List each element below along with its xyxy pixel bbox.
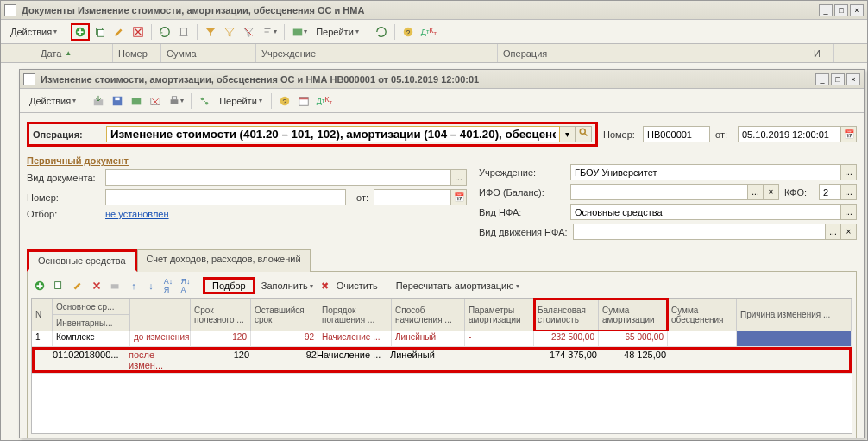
minimize-button[interactable]: _ xyxy=(815,73,829,85)
outer-titlebar: Документы Изменение стоимости, амортизац… xyxy=(1,1,867,20)
col-date[interactable]: Дата ▲ xyxy=(35,44,113,62)
select-button[interactable]: Подбор xyxy=(203,277,255,294)
row-end-button[interactable] xyxy=(107,277,124,294)
refresh2-button[interactable] xyxy=(373,23,390,41)
col-impair[interactable]: Сумма обесценения xyxy=(668,299,737,331)
col-number[interactable]: Номер xyxy=(113,44,161,62)
row-delete-button[interactable] xyxy=(88,277,105,294)
nfa-move-select[interactable]: ... xyxy=(826,224,841,240)
form-area: Операция: ▾ Номер: от: 📅 Первичный докум… xyxy=(20,113,864,441)
goto-menu[interactable]: Перейти▾ xyxy=(311,23,363,41)
actions-menu[interactable]: Действия▾ xyxy=(6,23,61,41)
row-copy-button[interactable] xyxy=(50,277,67,294)
row-add-button[interactable] xyxy=(31,277,48,294)
mark-delete-button[interactable] xyxy=(129,23,147,41)
col-sum[interactable]: Сумма xyxy=(161,44,256,62)
operation-dropdown[interactable]: ▾ xyxy=(560,126,576,142)
grid-row-after[interactable]: 01102018000... после измен... 120 92 Нач… xyxy=(32,347,852,373)
col-reason[interactable]: Причина изменения ... xyxy=(737,299,852,331)
interval-button[interactable] xyxy=(175,23,192,41)
post2-button[interactable] xyxy=(128,92,145,110)
org-input[interactable] xyxy=(570,164,841,180)
doc-date-input[interactable] xyxy=(374,189,451,205)
dtkt2-button[interactable]: ДтКт xyxy=(314,92,335,110)
copy-button[interactable] xyxy=(91,23,109,41)
post-close-button[interactable] xyxy=(90,92,107,110)
fill-menu[interactable]: Заполнить▾ xyxy=(257,277,318,294)
cross-button[interactable] xyxy=(147,92,164,110)
minimize-button[interactable]: _ xyxy=(819,4,833,16)
help-button[interactable]: ? xyxy=(276,92,293,110)
col-method[interactable]: Способ начисления ... xyxy=(392,299,465,331)
sort-desc-button[interactable]: Я↓A xyxy=(178,277,193,294)
col-op[interactable]: Операция xyxy=(498,44,808,62)
save-button[interactable] xyxy=(109,92,126,110)
nfa-move-clear[interactable]: × xyxy=(841,224,857,240)
kfo-select[interactable]: ... xyxy=(841,184,857,200)
date-picker[interactable]: 📅 xyxy=(841,126,857,142)
col-repay[interactable]: Порядок погашения ... xyxy=(318,299,392,331)
doc-type-input[interactable] xyxy=(105,169,451,186)
doc-date-picker[interactable]: 📅 xyxy=(451,189,467,205)
col-asset[interactable]: Основное ср... xyxy=(53,299,130,315)
tab-main[interactable]: Основные средства xyxy=(27,249,137,272)
close-button[interactable]: × xyxy=(850,4,864,16)
row-down-button[interactable]: ↓ xyxy=(143,277,159,294)
post-button[interactable]: ▾ xyxy=(289,23,310,41)
filter-off-button[interactable] xyxy=(240,23,257,41)
number-input[interactable] xyxy=(643,126,710,142)
operation-label: Операция: xyxy=(33,129,106,140)
clear-button[interactable]: Очистить xyxy=(332,277,382,294)
operation-input[interactable] xyxy=(106,126,560,142)
doc-num-input[interactable] xyxy=(105,189,346,205)
nfa-type-select[interactable]: ... xyxy=(841,204,857,220)
filter-button[interactable] xyxy=(221,23,238,41)
help-button[interactable]: ? xyxy=(399,23,417,41)
maximize-button[interactable]: □ xyxy=(831,73,845,85)
close-button[interactable]: × xyxy=(846,73,860,85)
dtkt-button[interactable]: ДтКт xyxy=(418,23,439,41)
recalc-menu[interactable]: Пересчитать амортизацию▾ xyxy=(392,277,524,294)
edit-button[interactable] xyxy=(110,23,128,41)
print-button[interactable]: ▾ xyxy=(166,92,186,110)
col-remain[interactable]: Оставшийся срок xyxy=(251,299,318,331)
related-button[interactable] xyxy=(196,92,213,110)
org-select[interactable]: ... xyxy=(841,164,857,180)
outer-toolbar: Действия▾ ▾ ▾ Перейти▾ ? ДтКт xyxy=(1,20,867,44)
col-useful[interactable]: Срок полезного ... xyxy=(191,299,251,331)
maximize-button[interactable]: □ xyxy=(834,4,848,16)
filter-by-value-button[interactable] xyxy=(202,23,219,41)
col-org[interactable]: Учреждение xyxy=(256,44,498,62)
ifo-select[interactable]: ... xyxy=(748,184,764,200)
sort-button[interactable]: ▾ xyxy=(259,23,280,41)
sort-asc-button[interactable]: A↓Я xyxy=(160,277,176,294)
svg-text:?: ? xyxy=(406,28,410,36)
col-params[interactable]: Параметры амортизации xyxy=(465,299,534,331)
refresh-button[interactable] xyxy=(156,23,173,41)
operation-search[interactable] xyxy=(576,126,592,142)
ifo-input[interactable] xyxy=(570,184,748,200)
grid-row[interactable]: 1 Комплекс до изменения: 120 92 Начислен… xyxy=(32,331,852,347)
calendar-button[interactable] xyxy=(295,92,312,110)
tab-incomes[interactable]: Счет доходов, расходов, вложений xyxy=(137,249,311,272)
ifo-clear[interactable]: × xyxy=(764,184,779,200)
row-up-button[interactable]: ↑ xyxy=(126,277,142,294)
col-state[interactable] xyxy=(130,299,191,331)
row-edit-button[interactable] xyxy=(69,277,86,294)
col-i[interactable]: И xyxy=(808,44,834,62)
add-button[interactable] xyxy=(71,23,90,41)
goto-menu[interactable]: Перейти▾ xyxy=(215,92,267,110)
nfa-type-input[interactable] xyxy=(570,204,841,220)
col-amort[interactable]: Сумма амортизации xyxy=(599,299,668,331)
col-inv[interactable]: Инвентарны... xyxy=(53,315,130,331)
kfo-input[interactable] xyxy=(819,184,841,200)
nfa-move-input[interactable] xyxy=(573,224,826,240)
date-input[interactable] xyxy=(738,126,841,142)
col-balance[interactable]: Балансовая стоимость xyxy=(534,299,599,331)
svg-rect-10 xyxy=(132,98,142,104)
number-label: Номер: xyxy=(603,129,638,140)
filter-link[interactable]: не установлен xyxy=(105,209,169,219)
col-n[interactable]: N xyxy=(32,299,53,331)
doc-type-select[interactable]: ... xyxy=(451,169,467,186)
actions-menu[interactable]: Действия▾ xyxy=(25,92,80,110)
